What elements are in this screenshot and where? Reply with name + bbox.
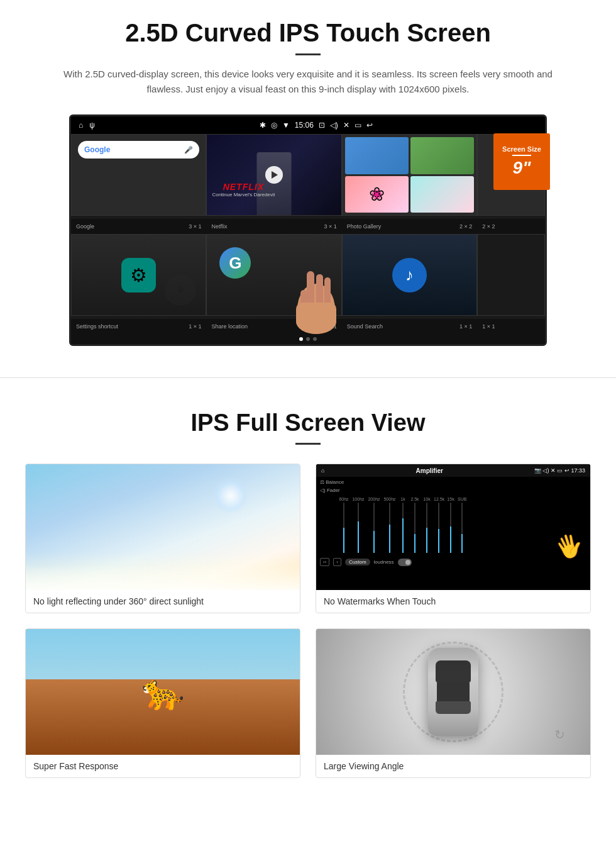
share-location-cell[interactable]: G — [206, 234, 341, 316]
slider-fill-1 — [343, 528, 344, 553]
status-bar: ⌂ ψ ✱ ◎ ▼ 15:06 ⊡ ◁) ✕ ▭ ↩ — [71, 116, 545, 134]
eq-toggle[interactable] — [398, 559, 412, 566]
status-center: ✱ ◎ ▼ 15:06 ⊡ ◁) ✕ ▭ ↩ — [260, 121, 373, 130]
status-left: ⌂ ψ — [79, 121, 95, 130]
sunlight-label: No light reflecting under 360° direct su… — [26, 590, 300, 613]
eq-toggle-knob — [405, 560, 410, 565]
title-underline — [295, 53, 321, 55]
eq-bottom-bar: ‹‹ › Custom loudness — [320, 558, 586, 566]
netflix-label: Netflix 3 × 1 — [206, 223, 341, 230]
slider-track-5 — [402, 503, 404, 553]
eq-next-btn: › — [333, 558, 341, 566]
feature-sunlight-card: No light reflecting under 360° direct su… — [25, 464, 300, 613]
freq-10k: 10k — [423, 497, 431, 501]
settings-label: Settings shortcut 1 × 1 — [71, 323, 206, 330]
mic-icon: 🎤 — [184, 146, 193, 154]
slider-fill-5 — [402, 518, 404, 553]
section1-title: 2.5D Curved IPS Touch Screen — [38, 19, 578, 47]
freq-100: 100hz — [352, 497, 365, 501]
slider-col-7 — [423, 503, 431, 553]
netflix-app-cell[interactable]: NETFLIX Continue Marvel's Daredevil — [206, 134, 341, 216]
home-icon[interactable]: ⌂ — [79, 121, 83, 130]
equalizer-screenshot: ⌂ Amplifier 📷 ◁) ✕ ▭ ↩ 17:33 ⚖ Balance ◁… — [316, 464, 590, 590]
car-windshield — [436, 660, 471, 682]
slider-track-4 — [389, 503, 390, 553]
back-icon[interactable]: ↩ — [366, 121, 373, 130]
slider-track-1 — [343, 503, 344, 553]
freq-60: 60hz — [339, 497, 349, 501]
eq-balance-label: ⚖ Balance — [320, 479, 344, 485]
google-app-cell[interactable]: Google 🎤 — [71, 134, 206, 216]
freq-500: 500hz — [383, 497, 396, 501]
app-grid-row2: ⚙ G — [71, 234, 545, 319]
clock: 15:06 — [295, 121, 314, 130]
section2-title: IPS Full Screen View — [25, 409, 591, 437]
badge-underline — [512, 155, 531, 156]
eq-body: ⚖ Balance ◁) Fader 60hz 100hz 200hz 500h… — [316, 477, 590, 577]
netflix-brand: NETFLIX Continue Marvel's Daredevil — [212, 182, 275, 198]
slider-track-8 — [438, 503, 439, 553]
slider-track-3 — [373, 503, 375, 553]
eq-prev-btn: ‹‹ — [320, 558, 329, 566]
slider-col-4 — [383, 503, 396, 553]
close-icon: ✕ — [343, 121, 349, 130]
slider-col-1 — [339, 503, 349, 553]
empty-cell — [477, 234, 545, 316]
car-label: Large Viewing Angle — [316, 755, 590, 777]
section-divider — [0, 377, 616, 378]
sound-size: 1 × 1 — [477, 323, 545, 330]
wifi-icon: ▼ — [282, 121, 290, 130]
camera-icon: ⊡ — [319, 121, 325, 130]
app-grid-row1: Google 🎤 NETFLIX Continue Marvel's Dared… — [71, 134, 545, 219]
cheetah-emoji: 🐆 — [141, 672, 185, 713]
music-note-icon: ♪ — [392, 258, 427, 292]
sunlight-image — [26, 464, 300, 590]
slider-col-3 — [368, 503, 380, 553]
slider-fill-10 — [461, 534, 463, 553]
feature-cheetah-card: 🐆 Super Fast Response — [25, 628, 300, 778]
freq-200: 200hz — [368, 497, 380, 501]
eq-fader-label: ◁) Fader — [320, 487, 344, 493]
feature-car-card: ↻ Large Viewing Angle — [316, 628, 591, 778]
freq-sub: SUB — [458, 497, 466, 501]
badge-title: Screen Size — [502, 145, 541, 153]
eq-title-bar: Amplifier — [416, 467, 443, 474]
sky-ground — [26, 552, 300, 590]
feature-grid: No light reflecting under 360° direct su… — [25, 464, 591, 778]
freq-1k: 1k — [399, 497, 407, 501]
slider-col-6 — [410, 503, 420, 553]
slider-track-2 — [358, 503, 359, 553]
slider-track-6 — [414, 503, 415, 553]
usb-icon: ψ — [89, 121, 95, 130]
google-search-bar[interactable]: Google 🎤 — [78, 141, 199, 159]
settings-gear-icon: ⚙ — [121, 258, 156, 292]
window-icon: ▭ — [355, 121, 361, 130]
arrow-right: ↻ — [554, 727, 565, 742]
location-icon: ◎ — [271, 121, 277, 130]
settings-shortcut-cell[interactable]: ⚙ — [71, 234, 206, 316]
gallery-grid: ❀ — [345, 137, 474, 213]
eq-loudness-label: loudness — [374, 559, 394, 565]
sound-label: Sound Search 1 × 1 — [342, 323, 477, 330]
pointing-hand-icon — [285, 246, 348, 346]
gallery-flower-item: ❀ — [345, 176, 409, 213]
eq-sliders-row: 🖐 — [320, 503, 586, 553]
play-button[interactable] — [265, 166, 283, 184]
car-roof — [437, 682, 470, 701]
car-image: ↻ — [316, 629, 590, 755]
slider-fill-9 — [450, 526, 451, 553]
app-label-row1: Google 3 × 1 Netflix 3 × 1 Photo Gallery… — [71, 219, 545, 234]
photo-gallery-cell[interactable]: ❀ — [342, 134, 477, 216]
slider-col-5 — [399, 503, 407, 553]
eq-custom-label: Custom — [345, 559, 370, 565]
sound-search-cell[interactable]: ♪ — [342, 234, 477, 316]
gallery-size: 2 × 2 — [477, 223, 545, 230]
google-g-icon: G — [219, 247, 251, 279]
slider-fill-3 — [373, 531, 375, 553]
freq-12k5: 12.5k — [434, 497, 444, 501]
car-shape — [428, 648, 478, 736]
slider-fill-2 — [358, 521, 359, 553]
slider-fill-6 — [414, 534, 415, 553]
svg-rect-6 — [296, 303, 336, 328]
eq-side-labels: ⚖ Balance ◁) Fader — [320, 479, 586, 493]
